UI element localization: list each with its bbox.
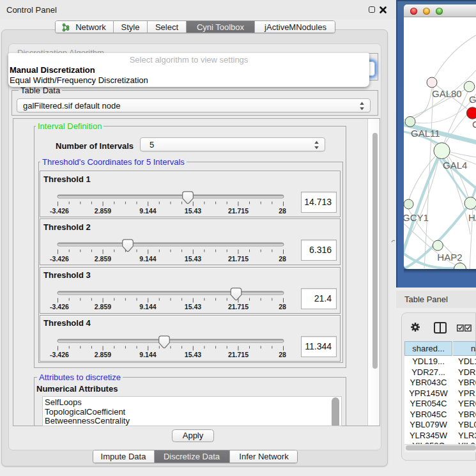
svg-text:HAP1: HAP1: [468, 212, 476, 223]
svg-text:GAL80: GAL80: [432, 88, 462, 99]
svg-text:GAL11: GAL11: [411, 127, 440, 138]
svg-text:CY: CY: [472, 118, 476, 129]
svg-text:GCY1: GCY1: [404, 211, 429, 222]
svg-text:HAP2: HAP2: [437, 251, 462, 262]
svg-text:GAL4: GAL4: [443, 159, 467, 170]
svg-text:GA: GA: [469, 93, 476, 104]
